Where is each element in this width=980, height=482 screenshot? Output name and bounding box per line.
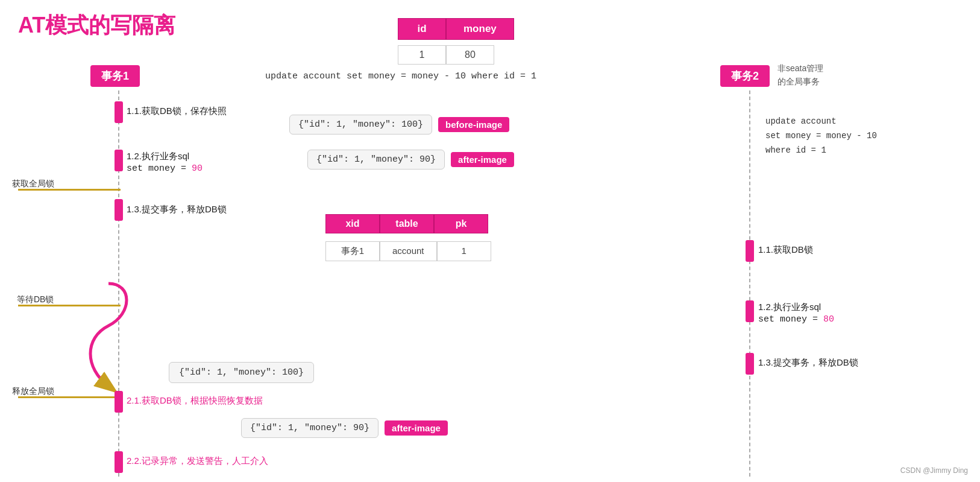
after-image2-tag: after-image <box>385 420 448 436</box>
tx2-step3-rect <box>746 353 754 375</box>
after-image-tag: after-image <box>451 152 514 167</box>
after-image-json: {"id": 1, "money": 90} <box>307 150 445 170</box>
before-image-json: {"id": 1, "money": 100} <box>289 115 432 135</box>
get-global-lock-label: 获取全局锁 <box>12 179 54 189</box>
lock-row-pk: 1 <box>437 241 491 261</box>
tx1-step1-rect <box>115 101 123 123</box>
lock-col-table: table <box>380 214 434 233</box>
tx2-dashed-line <box>749 90 750 477</box>
lock-row-xid: 事务1 <box>325 241 380 261</box>
tx1-step2-text: 1.2.执行业务sql set money = 90 <box>127 151 203 174</box>
after-image2-row: {"id": 1, "money": 90} after-image <box>241 418 448 438</box>
tx2-step2-rect <box>746 300 754 322</box>
rollback-json: {"id": 1, "money": 100} <box>169 362 314 383</box>
tx2-step2-text: 1.2.执行业务sql set money = 80 <box>758 302 834 325</box>
release-global-lock-label: 释放全局锁 <box>12 386 54 397</box>
db-table-header: id money <box>398 18 514 40</box>
tx1-step3-rect <box>115 199 123 221</box>
tx2-update-sql: update account set money = money - 10 wh… <box>765 115 877 157</box>
tx2-box: 事务2 <box>720 65 770 87</box>
lock-row-table: account <box>380 241 437 261</box>
db-col-money: money <box>446 18 514 40</box>
spiral-arrow <box>78 277 139 398</box>
tx2-step1-text: 1.1.获取DB锁 <box>758 244 813 256</box>
db-row-id: 1 <box>398 45 446 65</box>
tx1-box: 事务1 <box>90 65 140 87</box>
before-image-row: {"id": 1, "money": 100} before-image <box>289 115 509 135</box>
tx2-note: 非seata管理 的全局事务 <box>777 62 823 89</box>
tx1-step2-1-text: 2.1.获取DB锁，根据快照恢复数据 <box>127 395 263 407</box>
before-image-tag: before-image <box>438 117 509 132</box>
page-title: AT模式的写隔离 <box>18 11 175 40</box>
lock-col-xid: xid <box>325 214 380 233</box>
db-table-row: 1 80 <box>398 45 494 65</box>
tx1-step2-2-text: 2.2.记录异常，发送警告，人工介入 <box>127 455 268 467</box>
after-image2-json: {"id": 1, "money": 90} <box>241 418 378 438</box>
wait-db-lock-label: 等待DB锁 <box>17 294 54 305</box>
tx2-step1-rect <box>746 240 754 262</box>
tx1-step3-text: 1.3.提交事务，释放DB锁 <box>127 204 227 215</box>
db-col-id: id <box>398 18 446 40</box>
lock-col-pk: pk <box>434 214 488 233</box>
tx1-step1-text: 1.1.获取DB锁，保存快照 <box>127 106 227 117</box>
db-row-money: 80 <box>446 45 494 65</box>
tx1-step2-2-rect <box>115 451 123 473</box>
step1-2-value: 90 <box>192 163 203 174</box>
credit-text: CSDN @Jimmy Ding <box>900 466 968 475</box>
tx2-step3-text: 1.3.提交事务，释放DB锁 <box>758 357 858 369</box>
tx1-step2-rect <box>115 150 123 171</box>
update-sql: update account set money = money - 10 wh… <box>265 71 536 81</box>
lock-table-header: xid table pk <box>325 214 488 233</box>
after-image-row: {"id": 1, "money": 90} after-image <box>307 150 514 170</box>
tx1-step2-1-rect <box>115 391 123 413</box>
tx2-step2-value: 80 <box>823 314 834 325</box>
lock-table-row: 事务1 account 1 <box>325 241 491 261</box>
